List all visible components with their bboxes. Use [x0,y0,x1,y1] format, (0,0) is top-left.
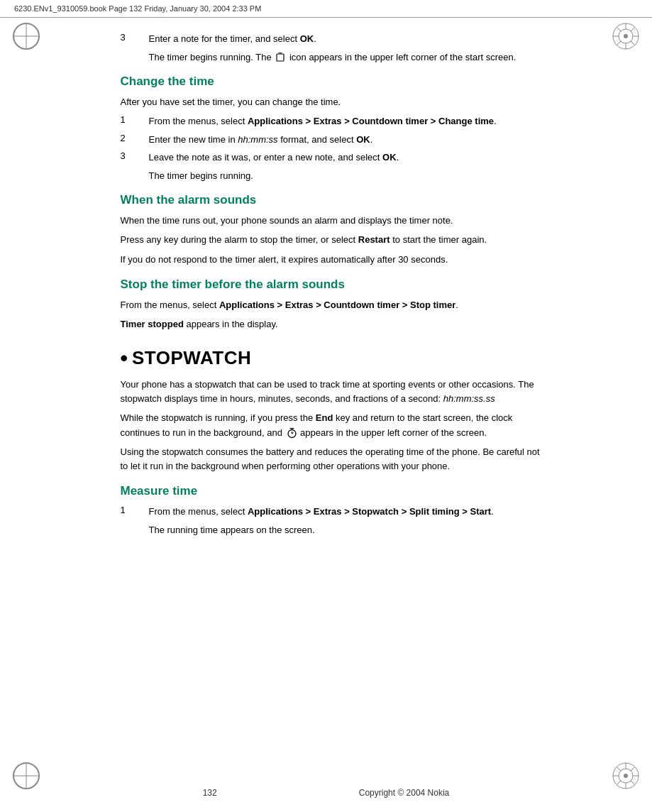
main-content: 3 Enter a note for the timer, and select… [50,18,603,556]
copyright: Copyright © 2004 Nokia [359,788,450,798]
change-time-step-1: 1 From the menus, select Applications > … [121,114,546,128]
sunburst-icon-br [612,762,639,789]
page-container: 6230.ENv1_9310059.book Page 132 Friday, … [0,0,652,812]
step-3-sub: The timer begins running. The icon appea… [149,50,546,65]
crosshair-v [26,23,27,50]
header-bar: 6230.ENv1_9310059.book Page 132 Friday, … [0,0,652,18]
when-alarm-para3: If you do not respond to the timer alert… [121,253,546,267]
measure-time-step-1: 1 From the menus, select Applications > … [121,505,546,519]
stop-timer-para1: From the menus, select Applications > Ex… [121,298,546,312]
svg-rect-22 [277,54,284,61]
measure-time-step-1-sub: The running time appears on the screen. [149,523,546,537]
stopwatch-section-header: • STOPWATCH [121,347,546,369]
page-number: 132 [203,788,217,798]
section-heading-stop-timer: Stop the timer before the alarm sounds [121,277,546,292]
stop-timer-para2: Timer stopped appears in the display. [121,317,546,331]
svg-line-10 [617,41,621,45]
stopwatch-para2: While the stopwatch is running, if you p… [121,411,546,439]
svg-line-7 [617,27,621,31]
step-num-mt1: 1 [121,505,149,515]
svg-line-18 [617,767,621,771]
svg-line-19 [631,781,635,785]
header-text: 6230.ENv1_9310059.book Page 132 Friday, … [14,4,261,13]
section-heading-measure-time: Measure time [121,483,546,499]
section-heading-change-time: Change the time [121,74,546,89]
corner-decoration-bl [13,762,40,789]
stopwatch-heading: STOPWATCH [132,347,251,369]
svg-line-20 [631,767,635,771]
stopwatch-bg-icon [287,428,297,438]
stopwatch-para1: Your phone has a stopwatch that can be u… [121,378,546,406]
corner-decoration-tl [13,23,40,50]
change-time-step-3-sub: The timer begins running. [149,169,546,183]
svg-point-13 [624,774,628,778]
footer: 132 Copyright © 2004 Nokia [0,788,652,798]
step-3-enter-note: 3 Enter a note for the timer, and select… [121,32,546,46]
when-alarm-para2: Press any key during the alarm to stop t… [121,233,546,247]
corner-decoration-br [612,762,639,789]
crosshair-v-bl [26,762,27,789]
sunburst-icon-tr [612,23,639,50]
svg-line-9 [631,27,635,31]
step-ct3-text: Leave the note as it was, or enter a new… [149,150,546,165]
change-time-step-2: 2 Enter the new time in hh:mm:ss format,… [121,133,546,147]
step-ct2-text: Enter the new time in hh:mm:ss format, a… [149,133,546,147]
when-alarm-para1: When the time runs out, your phone sound… [121,214,546,228]
change-time-step-3: 3 Leave the note as it was, or enter a n… [121,150,546,165]
svg-line-21 [617,781,621,785]
change-time-intro: After you have set the timer, you can ch… [121,95,546,109]
bullet-dot: • [121,348,128,369]
step-ct1-text: From the menus, select Applications > Ex… [149,114,546,128]
section-heading-when-alarm: When the alarm sounds [121,192,546,208]
svg-point-2 [624,34,628,38]
step-num-ct3: 3 [121,150,149,161]
step-mt1-text: From the menus, select Applications > Ex… [149,505,546,519]
step-num-ct1: 1 [121,114,149,125]
step-3-text: Enter a note for the timer, and select O… [149,32,546,46]
svg-line-8 [631,41,635,45]
step-num-ct2: 2 [121,133,149,143]
step-num-3: 3 [121,32,149,43]
corner-decoration-tr [612,23,639,50]
stopwatch-para3: Using the stopwatch consumes the battery… [121,445,546,473]
timer-icon [275,53,285,62]
